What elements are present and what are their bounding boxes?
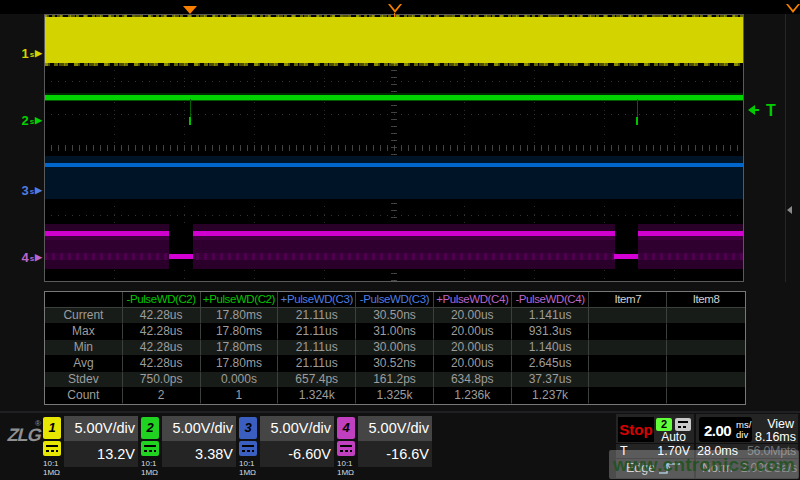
table-cell: [589, 340, 667, 356]
ch4-marker[interactable]: 4s▶: [15, 250, 42, 264]
table-cell: 931.3us: [512, 324, 590, 340]
ch2-probe-ratio: 10:1: [141, 459, 157, 468]
ch2-spike-2: [637, 99, 638, 119]
table-cell: 21.11us: [278, 340, 356, 356]
ch2-noise-bottom: [44, 100, 744, 101]
table-cell: 42.28us: [123, 324, 201, 340]
table-cell: [589, 372, 667, 388]
table-cell: 1.324k: [278, 388, 356, 404]
ch2-spike-1: [190, 99, 191, 119]
table-cell: 20.00us: [434, 308, 512, 324]
ch2-coupling-icon: [141, 441, 159, 456]
ch3-offset: -6.60V: [260, 441, 334, 467]
ch4-gap-2: [615, 223, 638, 269]
table-cell: [667, 372, 745, 388]
ch2-marker-arrow-icon: ▶: [35, 116, 42, 125]
trigger-position-marker[interactable]: [183, 6, 197, 14]
ch1-noise-bottom: [44, 63, 744, 66]
timebase-box[interactable]: 2.00 ms/ div: [699, 417, 752, 442]
table-cell: [667, 308, 745, 324]
waveform-area[interactable]: [44, 14, 744, 282]
ch1-offset: 13.2V: [64, 441, 138, 467]
table-cell: 657.4ps: [278, 372, 356, 388]
ch4-low-pulse-2: [614, 254, 638, 259]
ch2-marker[interactable]: 2s▶: [15, 113, 42, 127]
ch2-spike-2-blob: [636, 117, 638, 125]
ch3-marker[interactable]: 3s▶: [15, 183, 42, 197]
table-cell: [589, 356, 667, 372]
ch4-block[interactable]: 4 10:1 1MΩ 5.00V/div -16.6V: [336, 414, 432, 480]
ch2-marker-glyph: s: [30, 118, 34, 126]
table-header: +PulseWD(C4): [434, 292, 512, 308]
ch4-gap-1: [169, 223, 193, 269]
ch2-offset: 3.38V: [162, 441, 236, 467]
ch3-block[interactable]: 3 10:1 1MΩ 5.00V/div -6.60V: [238, 414, 334, 480]
ch1-vdiv: 5.00V/div: [64, 416, 138, 441]
registered-icon: ®: [35, 419, 41, 428]
table-cell: 634.8ps: [434, 372, 512, 388]
table-row-label: Count: [45, 388, 123, 404]
oscilloscope-screen: 1s▶ 2s▶ 3s▶ 4s▶ T -PulseWD(C2)+PulseWD(C…: [0, 0, 800, 480]
table-row-label: Max: [45, 324, 123, 340]
table-cell: 1.325k: [356, 388, 434, 404]
table-cell: 1.237k: [512, 388, 590, 404]
ch4-waveform: [44, 231, 744, 236]
ch1-impedance: 1MΩ: [43, 468, 60, 477]
edge-marker-right[interactable]: [786, 4, 800, 13]
table-cell: 42.28us: [123, 356, 201, 372]
right-edge-marker: [787, 206, 792, 214]
table-cell: 17.80ms: [201, 308, 279, 324]
ch2-badge: 2: [141, 417, 159, 439]
watermark-text: www.cntronics.com: [609, 452, 799, 478]
ch4-marker-arrow-icon: ▶: [35, 253, 42, 262]
center-marker-tail: [394, 13, 395, 17]
ch4-low-dashes: [44, 253, 744, 260]
table-cell: 30.00ns: [356, 340, 434, 356]
table-header: +PulseWD(C2): [201, 292, 279, 308]
trigger-mode[interactable]: Auto: [655, 431, 692, 443]
center-marker[interactable]: [388, 4, 402, 13]
ch1-marker-arrow-icon: ▶: [35, 49, 42, 58]
table-cell: 1.140us: [512, 340, 590, 356]
table-cell: 30.50ns: [356, 308, 434, 324]
timebase-value: 2.00: [704, 422, 731, 439]
table-cell: [589, 308, 667, 324]
ch1-marker[interactable]: 1s▶: [15, 46, 42, 60]
ch1-probe-ratio: 10:1: [43, 459, 59, 468]
ch1-waveform: [44, 17, 744, 63]
ch4-vdiv: 5.00V/div: [358, 416, 432, 441]
ch1-block[interactable]: 1 10:1 1MΩ 5.00V/div 13.2V: [42, 414, 138, 480]
stop-button[interactable]: Stop: [618, 417, 654, 442]
table-header: [45, 292, 123, 308]
table-cell: 31.00ns: [356, 324, 434, 340]
ch2-block[interactable]: 2 10:1 1MΩ 5.00V/div 3.38V: [140, 414, 236, 480]
table-cell: 2: [123, 388, 201, 404]
table-cell: 1.236k: [434, 388, 512, 404]
ch2-spike-1-blob: [189, 117, 191, 125]
ch4-offset: -16.6V: [358, 441, 432, 467]
table-cell: 0.000s: [201, 372, 279, 388]
table-cell: 20.00us: [434, 340, 512, 356]
ch3-impedance: 1MΩ: [239, 468, 256, 477]
table-cell: 17.80ms: [201, 340, 279, 356]
table-cell: [667, 388, 745, 404]
trigger-t-letter: T: [763, 102, 779, 119]
table-cell: 17.80ms: [201, 356, 279, 372]
ch3-marker-glyph: s: [30, 188, 34, 196]
ch2-marker-label: 2: [21, 114, 28, 127]
measure-table: -PulseWD(C2)+PulseWD(C2)+PulseWD(C3)-Pul…: [44, 291, 746, 405]
zlg-logo: ZLG ®: [8, 421, 44, 449]
table-header: -PulseWD(C2): [123, 292, 201, 308]
table-cell: [589, 388, 667, 404]
table-cell: 42.28us: [123, 340, 201, 356]
ch3-marker-label: 3: [21, 184, 28, 197]
trigger-level-marker[interactable]: T: [748, 102, 790, 119]
table-cell: 20.00us: [434, 356, 512, 372]
ch3-waveform: [44, 163, 744, 167]
table-cell: 30.52ns: [356, 356, 434, 372]
table-cell: [589, 324, 667, 340]
table-row-label: Min: [45, 340, 123, 356]
ch3-coupling-icon: [239, 441, 257, 456]
ch4-low-pulse-1: [169, 254, 193, 259]
ch3-vdiv: 5.00V/div: [260, 416, 334, 441]
